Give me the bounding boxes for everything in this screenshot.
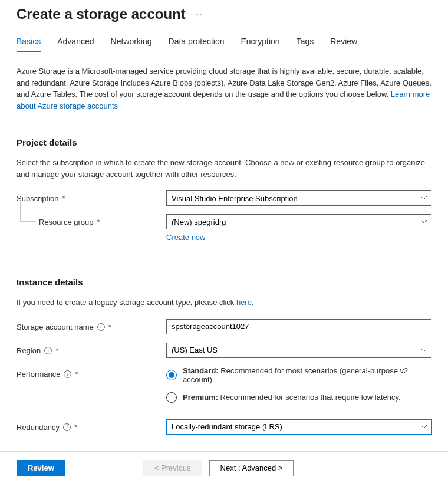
info-icon[interactable]: i: [97, 323, 105, 331]
tab-networking[interactable]: Networking: [111, 37, 152, 52]
tab-tags[interactable]: Tags: [297, 37, 314, 52]
performance-premium-label: Premium: Recommended for scenarios that …: [183, 393, 401, 402]
intro-body: Azure Storage is a Microsoft-managed ser…: [17, 67, 431, 98]
storage-name-input[interactable]: [166, 319, 431, 334]
region-label: Region i *: [17, 343, 166, 355]
intro-text: Azure Storage is a Microsoft-managed ser…: [17, 65, 431, 111]
info-icon[interactable]: i: [64, 370, 71, 378]
performance-label: Performance i *: [17, 366, 166, 379]
redundancy-label: Redundancy i *: [17, 419, 166, 432]
previous-button: < Previous: [143, 460, 202, 476]
redundancy-select[interactable]: [166, 419, 431, 435]
resource-group-label: Resource group *: [17, 214, 166, 226]
tab-review[interactable]: Review: [330, 37, 357, 52]
tabs-bar: Basics Advanced Networking Data protecti…: [0, 28, 448, 52]
required-asterisk: *: [74, 423, 77, 432]
resource-group-select[interactable]: [166, 214, 431, 229]
tab-basics[interactable]: Basics: [17, 37, 41, 52]
region-select[interactable]: [166, 343, 431, 358]
info-icon[interactable]: i: [63, 423, 71, 431]
radio-icon: [166, 370, 177, 380]
required-asterisk: *: [55, 346, 58, 355]
tab-data-protection[interactable]: Data protection: [169, 37, 225, 52]
legacy-here-link[interactable]: here: [236, 298, 252, 307]
project-details-desc: Select the subscription in which to crea…: [17, 157, 431, 180]
instance-details-heading: Instance details: [17, 277, 431, 287]
tab-advanced[interactable]: Advanced: [57, 37, 94, 52]
instance-desc-post: .: [252, 298, 254, 307]
radio-icon: [166, 392, 177, 403]
footer-bar: Review < Previous Next : Advanced >: [0, 451, 448, 485]
required-asterisk: *: [108, 323, 111, 331]
next-button[interactable]: Next : Advanced >: [209, 460, 294, 476]
instance-desc-pre: If you need to create a legacy storage a…: [17, 298, 236, 307]
create-new-link[interactable]: Create new: [166, 233, 205, 242]
required-asterisk: *: [97, 218, 100, 226]
performance-standard-radio[interactable]: Standard: Recommended for most scenarios…: [166, 366, 431, 384]
tab-encryption[interactable]: Encryption: [241, 37, 280, 52]
info-icon[interactable]: i: [44, 347, 52, 354]
subscription-label: Subscription *: [17, 190, 166, 203]
region-label-text: Region: [17, 346, 41, 355]
required-asterisk: *: [62, 194, 65, 203]
resource-group-label-text: Resource group: [39, 218, 94, 226]
required-asterisk: *: [75, 370, 78, 379]
performance-standard-label: Standard: Recommended for most scenarios…: [183, 366, 431, 384]
ellipsis-icon[interactable]: ···: [194, 9, 203, 19]
performance-premium-radio[interactable]: Premium: Recommended for scenarios that …: [166, 392, 431, 403]
subscription-label-text: Subscription: [17, 194, 59, 203]
review-button[interactable]: Review: [17, 460, 65, 476]
performance-label-text: Performance: [17, 370, 60, 379]
storage-name-label: Storage account name i *: [17, 319, 166, 331]
redundancy-label-text: Redundancy: [17, 423, 60, 432]
instance-details-desc: If you need to create a legacy storage a…: [17, 297, 431, 308]
page-title: Create a storage account: [17, 6, 186, 22]
storage-name-label-text: Storage account name: [17, 323, 94, 331]
subscription-select[interactable]: [166, 190, 431, 206]
project-details-heading: Project details: [17, 137, 431, 147]
